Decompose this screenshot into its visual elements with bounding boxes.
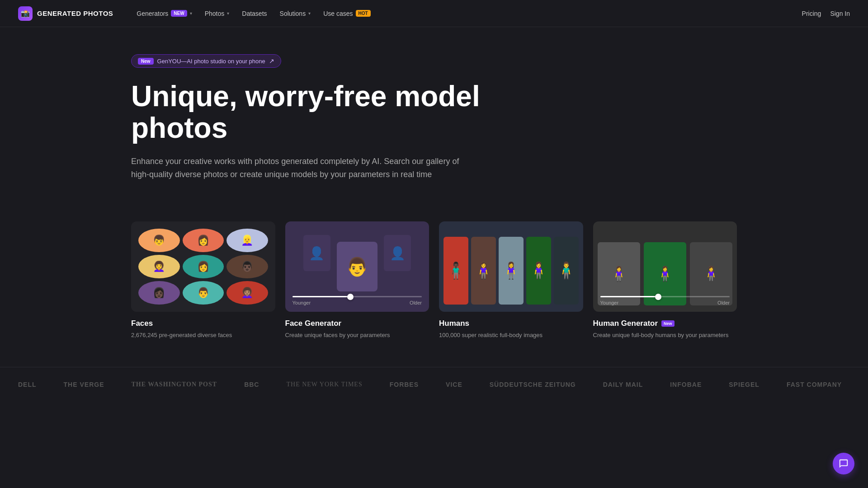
hero-section: New GenYOU—AI photo studio on your phone…	[0, 27, 868, 221]
pricing-link[interactable]: Pricing	[802, 10, 821, 17]
press-logo-forbes: Forbes	[390, 381, 419, 388]
slider-label-older: Older	[410, 300, 422, 305]
card-face-gen-desc: Create unique faces by your parameters	[285, 331, 429, 340]
slider-thumb	[347, 294, 354, 300]
signin-link[interactable]: Sign In	[830, 10, 850, 17]
card-face-gen-title: Face Generator	[285, 319, 429, 328]
card-faces-image: 👦 👩 👱‍♀️ 👩‍🦱 👩 👨🏿 👩🏿 👨 👩🏽‍🦱	[131, 221, 275, 312]
press-logo-dell-1: DELL	[18, 381, 37, 388]
logo-icon: 📸	[18, 6, 33, 21]
logo[interactable]: 📸 GENERATED PHOTOS	[18, 6, 113, 21]
press-logo-vice: VICE	[446, 381, 462, 388]
card-human-gen-image: 🧍‍♀️ 🧍‍♀️ 🧍‍♀️ Younger Older	[593, 221, 737, 312]
nav-links: Generators New ▾ Photos ▾ Datasets Solut…	[131, 7, 802, 20]
nav-item-photos[interactable]: Photos ▾	[199, 7, 235, 20]
slider-track	[600, 296, 730, 297]
card-human-generator[interactable]: 🧍‍♀️ 🧍‍♀️ 🧍‍♀️ Younger Older Human Gener…	[593, 221, 737, 340]
chat-support-button[interactable]	[833, 453, 854, 474]
hero-badge-arrow-icon: ↗	[269, 57, 274, 65]
press-logo-infobae: infobae	[670, 381, 702, 388]
chevron-down-icon: ▾	[308, 11, 311, 16]
card-human-gen-title: Human Generator	[593, 319, 658, 328]
badge-new-human-gen: New	[661, 320, 675, 327]
press-logo-spiegel: SPIEGEL	[729, 381, 760, 388]
human-figure-3: 🧍‍♀️	[499, 237, 524, 305]
face-avatar-1: 👦	[138, 229, 180, 252]
card-faces-title: Faces	[131, 319, 275, 328]
chat-icon	[839, 459, 849, 469]
press-logo-fast-company: FAST COMPANY	[787, 381, 842, 388]
card-humans-image: 🧍🏿‍♂️ 🧍‍♀️ 🧍‍♀️ 🧍‍♀️ 🧍‍♂️	[439, 221, 583, 312]
human-figure-4: 🧍‍♀️	[526, 237, 551, 305]
face-avatar-4: 👩‍🦱	[138, 255, 180, 278]
press-bar: DELL THE VERGE The Washington Post BBC T…	[0, 367, 868, 402]
slider-label-younger: Younger	[600, 300, 619, 305]
hero-subtitle: Enhance your creative works with photos …	[131, 155, 475, 181]
press-logo-verge: THE VERGE	[64, 381, 104, 388]
hero-badge-text: GenYOU—AI photo studio on your phone	[157, 58, 265, 65]
face-avatar-6: 👨🏿	[226, 255, 268, 278]
nav-item-solutions[interactable]: Solutions ▾	[274, 7, 316, 20]
card-humans-desc: 100,000 super realistic full-body images	[439, 331, 583, 340]
face-avatar-7: 👩🏿	[138, 281, 180, 305]
slider-fill	[600, 296, 659, 297]
hero-badge[interactable]: New GenYOU—AI photo studio on your phone…	[131, 54, 281, 68]
face-avatar-2: 👩	[183, 229, 224, 252]
slider-fill	[292, 296, 351, 297]
card-human-gen-title-row: Human Generator New	[593, 319, 737, 328]
slider-thumb	[655, 294, 661, 300]
card-humans[interactable]: 🧍🏿‍♂️ 🧍‍♀️ 🧍‍♀️ 🧍‍♀️ 🧍‍♂️ Humans 100,000…	[439, 221, 583, 340]
face-gen-side-left: 👤	[303, 235, 330, 271]
press-logo-sueddeutsche: Süddeutsche Zeitung	[490, 381, 576, 388]
badge-new: New	[171, 10, 187, 17]
chevron-down-icon: ▾	[190, 11, 192, 16]
human-figure-5: 🧍‍♂️	[554, 237, 579, 305]
hero-title: Unique, worry-free model photos	[131, 80, 538, 144]
card-human-gen-desc: Create unique full-body humans by your p…	[593, 331, 737, 340]
face-gen-side-right: 👤	[384, 235, 411, 271]
chevron-down-icon: ▾	[227, 11, 229, 16]
card-humans-title: Humans	[439, 319, 583, 328]
nav-item-generators[interactable]: Generators New ▾	[131, 7, 197, 20]
card-faces[interactable]: 👦 👩 👱‍♀️ 👩‍🦱 👩 👨🏿 👩🏿 👨 👩🏽‍🦱 Faces 2,676,…	[131, 221, 275, 340]
nav-item-use-cases[interactable]: Use cases Hot	[318, 7, 376, 20]
card-face-generator[interactable]: 👤 👨 👤 Younger Older Face Generator Creat…	[285, 221, 429, 340]
face-avatar-5: 👩	[183, 255, 224, 278]
nav-right: Pricing Sign In	[802, 10, 850, 17]
press-logos: DELL THE VERGE The Washington Post BBC T…	[18, 381, 868, 388]
logo-text: GENERATED PHOTOS	[37, 9, 113, 17]
human-gen-age-slider[interactable]: Younger Older	[600, 296, 730, 305]
slider-labels: Younger Older	[600, 300, 730, 305]
press-logo-wapo: The Washington Post	[131, 381, 217, 388]
age-slider[interactable]: Younger Older	[292, 296, 422, 305]
product-cards: 👦 👩 👱‍♀️ 👩‍🦱 👩 👨🏿 👩🏿 👨 👩🏽‍🦱 Faces 2,676,…	[0, 221, 868, 367]
nav-item-datasets[interactable]: Datasets	[236, 7, 272, 20]
slider-label-younger: Younger	[292, 300, 311, 305]
navigation: 📸 GENERATED PHOTOS Generators New ▾ Phot…	[0, 0, 868, 27]
badge-hot: Hot	[356, 10, 371, 17]
press-logo-nyt: The New York Times	[286, 381, 362, 388]
slider-label-older: Older	[717, 300, 730, 305]
human-figure-1: 🧍🏿‍♂️	[443, 237, 468, 305]
card-faces-desc: 2,676,245 pre-generated diverse faces	[131, 331, 275, 340]
faces-grid: 👦 👩 👱‍♀️ 👩‍🦱 👩 👨🏿 👩🏿 👨 👩🏽‍🦱	[131, 221, 275, 312]
face-gen-main: 👨	[337, 242, 377, 291]
human-figure-2: 🧍‍♀️	[471, 237, 496, 305]
press-logo-bbc: BBC	[244, 381, 259, 388]
slider-track	[292, 296, 422, 297]
face-avatar-9: 👩🏽‍🦱	[226, 281, 268, 305]
face-avatar-8: 👨	[183, 281, 224, 305]
slider-labels: Younger Older	[292, 300, 422, 305]
press-logo-daily-mail: Daily Mail	[603, 381, 643, 388]
face-avatar-3: 👱‍♀️	[226, 229, 268, 252]
card-face-gen-image: 👤 👨 👤 Younger Older	[285, 221, 429, 312]
hero-badge-new-label: New	[138, 58, 154, 65]
